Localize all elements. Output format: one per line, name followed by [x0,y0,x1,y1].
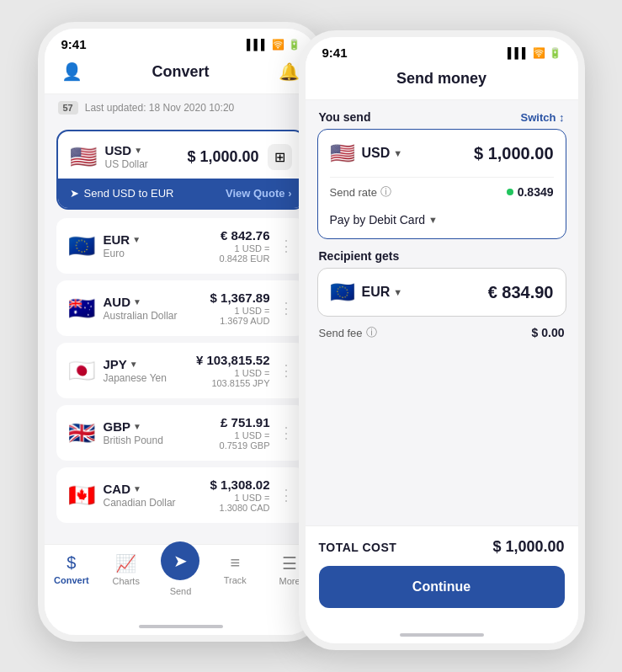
green-dot-icon [507,189,513,195]
jpy-rate: 1 USD =103.8155 JPY [196,368,270,388]
sender-code: USD ▼ [362,146,403,161]
list-item[interactable]: 🇦🇺 AUD ▼ Australian Dollar $ 1,367.89 1 … [56,280,306,336]
view-quote-btn[interactable]: View Quote › [226,187,292,200]
right-status-icons: ▌▌▌ 🛜 🔋 [508,47,561,59]
cad-left: 🇨🇦 CAD ▼ Canadian Dollar [68,482,176,509]
right-phone-inner: 9:41 ▌▌▌ 🛜 🔋 Send money You send Switch … [306,37,578,643]
eur-amounts: € 842.76 1 USD =0.8428 EUR [220,228,270,264]
cad-code: CAD ▼ [104,482,176,496]
switch-button[interactable]: Switch ↕ [520,111,564,124]
sidebar-item-track[interactable]: ≡ Track [210,553,260,596]
continue-button[interactable]: Continue [319,566,565,608]
convert-icon: $ [66,553,76,573]
aud-amounts: $ 1,367.89 1 USD =1.3679 AUD [210,291,270,326]
jpy-name: Japanese Yen [104,372,167,384]
send-fab-button[interactable]: ➤ [161,541,199,580]
send-header: Send money [306,63,578,100]
eur-name: Euro [104,248,141,259]
home-bar-indicator [139,625,223,628]
sidebar-item-convert[interactable]: $ Convert [46,553,97,596]
send-header-title: Send money [396,70,486,87]
main-currency-right: $ 1,000.00 ⊞ [187,144,291,170]
calculator-icon[interactable]: ⊞ [268,144,292,170]
pay-method-chevron: ▼ [428,215,438,225]
gbp-info: GBP ▼ British Pound [104,419,163,446]
gbp-rate: 1 USD =0.7519 GBP [220,430,270,451]
aud-rate: 1 USD =1.3679 AUD [210,306,270,326]
right-battery-icon: 🔋 [549,47,561,59]
total-cost-section: TOTAL COST $ 1,000.00 Continue [306,525,578,620]
you-send-section: You send Switch ↕ [306,100,578,129]
recipient-row: 🇪🇺 EUR ▼ € 834.90 [318,269,566,316]
aud-code: AUD ▼ [104,295,178,309]
gbp-amounts: £ 751.91 1 USD =0.7519 GBP [220,415,270,451]
send-fee-value: $ 0.00 [532,326,565,339]
sender-row: 🇺🇸 USD ▼ $ 1,000.00 [318,130,566,177]
jpy-left: 🇯🇵 JPY ▼ Japanese Yen [68,357,167,384]
eur-menu-icon[interactable]: ⋮ [279,237,294,255]
update-badge: 57 [58,101,78,115]
update-text: Last updated: 18 Nov 2020 10:20 [85,102,234,114]
usd-code-name: USD ▼ US Dollar [105,143,148,170]
aud-left: 🇦🇺 AUD ▼ Australian Dollar [68,295,178,322]
recipient-gets-label: Recipient gets [319,249,400,263]
gbp-code: GBP ▼ [104,419,163,434]
jpy-menu-icon[interactable]: ⋮ [279,361,294,380]
gbp-menu-icon[interactable]: ⋮ [279,424,294,442]
gbp-flag: 🇬🇧 [68,420,95,446]
currency-list: 🇪🇺 EUR ▼ Euro € 842.76 1 USD =0.8428 EUR… [56,218,306,523]
left-phone-inner: 9:41 ▌▌▌ 🛜 🔋 👤 Convert 🔔 57 Last updated… [45,29,317,635]
aud-menu-icon[interactable]: ⋮ [279,299,294,317]
track-label: Track [224,575,247,585]
eur-info: EUR ▼ Euro [104,232,141,259]
jpy-amount: ¥ 103,815.52 [196,353,270,367]
main-currency-amount: $ 1,000.00 [187,148,258,166]
profile-icon[interactable]: 👤 [61,61,82,82]
battery-icon: 🔋 [288,39,300,51]
jpy-right: ¥ 103,815.52 1 USD =103.8155 JPY ⋮ [196,353,294,388]
main-currency-card[interactable]: 🇺🇸 USD ▼ US Dollar $ 1,000.00 ⊞ [56,130,306,210]
cad-menu-icon[interactable]: ⋮ [279,486,294,504]
more-icon: ☰ [282,553,297,573]
recipient-code: EUR ▼ [362,285,403,300]
usd-flag: 🇺🇸 [70,144,97,170]
list-item[interactable]: 🇨🇦 CAD ▼ Canadian Dollar $ 1,308.02 1 US… [56,467,306,523]
pay-method-row: Pay by Debit Card ▼ [318,206,566,238]
recipient-chevron: ▼ [393,287,402,297]
send-quote-bar[interactable]: ➤ Send USD to EUR View Quote › [58,179,304,208]
cad-amount: $ 1,308.02 [210,477,270,492]
sidebar-item-send[interactable]: ➤ Send [155,553,205,596]
sidebar-item-charts[interactable]: 📈 Charts [101,553,152,596]
list-item[interactable]: 🇬🇧 GBP ▼ British Pound £ 751.91 1 USD =0… [56,405,306,461]
right-status-bar: 9:41 ▌▌▌ 🛜 🔋 [306,37,578,63]
charts-label: Charts [112,576,139,586]
total-cost-value: $ 1,000.00 [492,538,564,556]
right-signal-icon: ▌▌▌ [508,47,529,59]
left-header: 👤 Convert 🔔 [45,55,317,94]
you-send-label: You send [319,110,371,124]
recipient-currency[interactable]: 🇪🇺 EUR ▼ [330,280,403,304]
wifi-icon: 🛜 [272,39,284,51]
eur-right: € 842.76 1 USD =0.8428 EUR ⋮ [220,228,294,264]
eur-rate: 1 USD =0.8428 EUR [220,243,270,264]
cad-rate: 1 USD =1.3080 CAD [210,493,270,513]
total-cost-row: TOTAL COST $ 1,000.00 [319,538,565,556]
right-home-bar [306,620,578,643]
aud-amount: $ 1,367.89 [210,291,270,305]
aud-flag: 🇦🇺 [68,296,95,322]
more-label: More [279,576,300,586]
recipient-section: Recipient gets [306,239,578,268]
jpy-flag: 🇯🇵 [68,358,95,384]
sender-chevron: ▼ [393,148,402,158]
phones-container: 9:41 ▌▌▌ 🛜 🔋 👤 Convert 🔔 57 Last updated… [21,5,602,667]
list-item[interactable]: 🇯🇵 JPY ▼ Japanese Yen ¥ 103,815.52 1 USD… [56,343,306,398]
send-rate-row: Send rate ⓘ 0.8349 [318,178,566,206]
right-phone: 9:41 ▌▌▌ 🛜 🔋 Send money You send Switch … [299,30,585,650]
usd-code: USD ▼ [105,143,148,157]
sender-currency[interactable]: 🇺🇸 USD ▼ [330,141,403,165]
list-item[interactable]: 🇪🇺 EUR ▼ Euro € 842.76 1 USD =0.8428 EUR… [56,218,306,274]
right-home-bar-indicator [400,633,484,637]
pay-by-debit-card-btn[interactable]: Pay by Debit Card ▼ [330,213,439,227]
notification-icon[interactable]: 🔔 [279,61,300,82]
main-currency-left: 🇺🇸 USD ▼ US Dollar [70,143,148,170]
